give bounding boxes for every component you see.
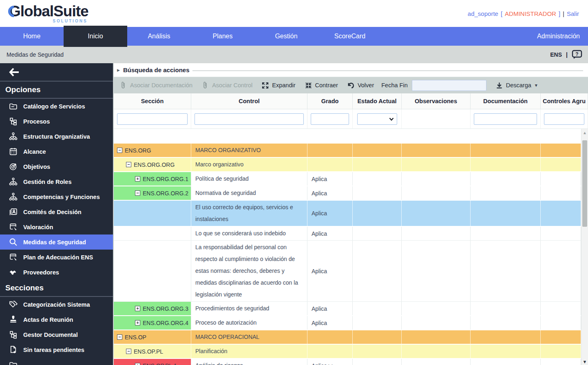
help-icon[interactable]: ? [572, 50, 582, 60]
section-cell: −ENS.ORG.ORG [114, 158, 191, 171]
table-row[interactable]: −ENS.ORG.ORGMarco organizativo [114, 158, 581, 172]
table-row[interactable]: −ENS.ORGMARCO ORGANIZATIVO [114, 144, 581, 158]
contraer-button[interactable]: Contraer [305, 82, 338, 89]
back-button[interactable] [0, 63, 113, 82]
expand-toggle-icon[interactable]: + [135, 176, 140, 181]
column-header-0[interactable]: Sección [114, 93, 191, 109]
logout-link[interactable]: Salir [567, 10, 579, 17]
controles-agrupados-cell [541, 345, 581, 358]
control-cell: Lo que se considerará uso indebido [191, 227, 307, 240]
sidebar-item-plan-de-adecuacio-n-ens[interactable]: Plan de Adecuación ENS [0, 250, 113, 265]
sidebar-item-valoracio-n[interactable]: Valoración [0, 219, 113, 234]
asociar-documentacion-button[interactable]: Asociar Documentación [119, 82, 192, 89]
table-row[interactable]: El uso correcto de equipos, servicios e … [114, 201, 581, 227]
username-link[interactable]: ad_soporte [468, 10, 498, 17]
filter-input-6[interactable] [544, 113, 584, 125]
nav-tab-planes[interactable]: Planes [191, 27, 254, 46]
table-row[interactable]: −ENS.OP.PLPlanificación [114, 345, 581, 359]
sidebar-item-estructura-organizativa[interactable]: Estructura Organizativa [0, 129, 113, 144]
column-header-6[interactable]: Controles Agru [541, 93, 588, 109]
folder-icon [9, 361, 18, 365]
filter-input-1[interactable] [195, 113, 304, 125]
estado-actual-filter-select[interactable] [357, 113, 397, 125]
collapse-toggle-icon[interactable]: − [117, 148, 122, 153]
collapse-caret-icon[interactable]: ▶ [117, 68, 120, 72]
sidebar-item-categorizacio-n-sistema[interactable]: Categorización Sistema [0, 297, 113, 312]
sidebar-item-cata-logo-de-servicios[interactable]: Catálogo de Servicios [0, 99, 113, 114]
table-row[interactable]: Lo que se considerará uso indebidoAplica [114, 227, 581, 241]
sidebar-item-objetivos[interactable]: Objetivos [0, 159, 113, 174]
nav-tab-inicio[interactable]: Inicio [64, 26, 127, 47]
breadcrumb-separator: | [566, 51, 568, 58]
control-text: Política de seguridad [195, 173, 249, 185]
section-cell: −ENS.OP.PL [114, 345, 191, 358]
sidebar-item-gestor-documental[interactable]: Gestor Documental [0, 327, 113, 342]
sidebar-item-comite-s-de-decisio-n[interactable]: Comités de Decisión [0, 204, 113, 219]
expand-toggle-icon[interactable]: + [135, 363, 140, 365]
sidebar-item-medidas-de-seguridad[interactable]: Medidas de Seguridad [0, 234, 113, 250]
estado-actual-cell [353, 158, 402, 171]
table-row[interactable]: +ENS.OP.PL.1Análisis de riesgosAplica++ [114, 359, 581, 365]
collapse-toggle-icon[interactable]: − [135, 190, 140, 196]
filter-cell-1 [191, 109, 307, 128]
nav-tab-administracion[interactable]: Administración [529, 27, 588, 46]
expandir-button[interactable]: Expandir [261, 82, 295, 89]
org-tree-icon [9, 132, 18, 141]
estado-actual-cell [353, 144, 402, 157]
sidebar-item-label: Procesos [23, 118, 50, 125]
nav-tab-scorecard[interactable]: ScoreCard [318, 27, 382, 46]
chevron-down-icon [389, 116, 394, 122]
toolbar: Asociar Documentación Asociar Control Ex… [114, 77, 588, 93]
expand-toggle-icon[interactable]: + [135, 306, 140, 311]
descarga-button[interactable]: Descarga ▾ [495, 82, 537, 89]
sidebar-item-partial[interactable] [0, 357, 113, 365]
control-text: MARCO ORGANIZATIVO [195, 144, 261, 156]
observaciones-cell [402, 144, 471, 157]
scrollbar-thumb[interactable] [582, 140, 587, 227]
vertical-scrollbar[interactable]: ▲ ▼ [581, 129, 588, 365]
column-header-1[interactable]: Control [191, 93, 307, 109]
table-row[interactable]: +ENS.ORG.ORG.1Política de seguridadAplic… [114, 172, 581, 186]
sidebar-item-actas-de-reunio-n[interactable]: Actas de Reunión [0, 312, 113, 327]
calendar-cursor-icon [9, 253, 18, 261]
table-row[interactable]: +ENS.ORG.ORG.3Procedimientos de segurida… [114, 302, 581, 316]
collapse-toggle-icon[interactable]: − [117, 334, 122, 340]
sidebar-item-alcance[interactable]: Alcance [0, 144, 113, 159]
sidebar-item-sin-tareas-pendientes[interactable]: Sin tareas pendientes [0, 342, 113, 357]
scroll-down-arrow-icon[interactable]: ▼ [581, 359, 588, 364]
nav-tab-home[interactable]: Home [0, 27, 64, 46]
table-row[interactable]: −ENS.OPMARCO OPERACIONAL [114, 330, 581, 345]
svg-text:?: ? [575, 51, 578, 57]
collapse-toggle-icon[interactable]: − [126, 162, 131, 167]
observaciones-cell [402, 241, 471, 301]
column-header-5[interactable]: Documentación [471, 93, 541, 109]
nav-tab-gestion[interactable]: Gestión [254, 27, 318, 46]
filter-input-2[interactable] [311, 113, 349, 125]
column-header-2[interactable]: Grado [307, 93, 353, 109]
folder-icon [9, 102, 18, 111]
scroll-up-arrow-icon[interactable]: ▲ [581, 131, 588, 135]
table-row[interactable]: +ENS.ORG.ORG.4Proceso de autorizaciónApl… [114, 316, 581, 330]
fecha-fin-input[interactable] [412, 80, 486, 91]
documentacion-cell [471, 158, 541, 171]
filter-input-5[interactable] [474, 113, 537, 125]
sidebar-item-competencias-y-funciones[interactable]: Competencias y Funciones [0, 189, 113, 204]
asociar-control-button[interactable]: Asociar Control [201, 82, 252, 89]
search-panel-title: Búsqueda de acciones [123, 66, 190, 73]
table-row[interactable]: −ENS.ORG.ORG.2Normativa de seguridadApli… [114, 186, 581, 201]
filter-input-0[interactable] [117, 113, 188, 125]
nav-tab-analisis[interactable]: Análisis [127, 27, 191, 46]
column-header-3[interactable]: Estado Actual [353, 93, 402, 109]
volver-button[interactable]: Volver [347, 82, 374, 89]
page-title: Medidas de Seguridad [7, 51, 64, 58]
sidebar: Opciones Catálogo de ServiciosProcesosEs… [0, 63, 113, 365]
table-row[interactable]: La responsabilidad del personal con resp… [114, 241, 581, 302]
column-header-4[interactable]: Observaciones [402, 93, 471, 109]
collapse-toggle-icon[interactable]: − [126, 349, 131, 354]
expand-toggle-icon[interactable]: + [135, 320, 140, 325]
section-cell: +ENS.ORG.ORG.1 [114, 172, 191, 186]
sidebar-item-gestio-n-de-roles[interactable]: Gestión de Roles [0, 174, 113, 189]
user-separator: | [563, 10, 564, 17]
sidebar-item-procesos[interactable]: Procesos [0, 114, 113, 129]
sidebar-item-proveedores[interactable]: Proveedores [0, 265, 113, 280]
